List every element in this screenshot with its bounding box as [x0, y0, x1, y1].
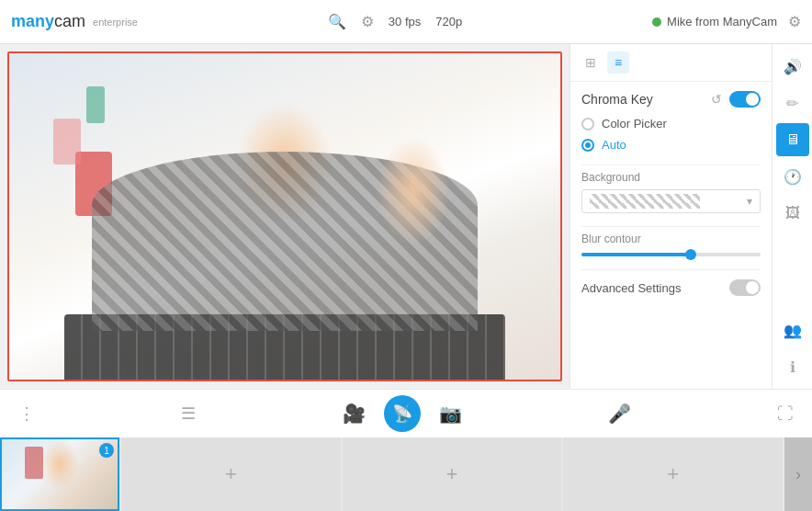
advanced-label: Advanced Settings [581, 281, 681, 295]
topbar: manycam enterprise 🔍 ⚙ 30 fps 720p Mike … [0, 0, 812, 44]
color-picker-option[interactable]: Color Picker [581, 117, 761, 131]
auto-radio[interactable] [581, 139, 594, 152]
sidebar-volume-icon[interactable]: 🔊 [776, 50, 809, 83]
logo: manycam [11, 12, 85, 31]
advanced-toggle[interactable] [729, 279, 761, 296]
divider-3 [581, 269, 761, 270]
mic-button[interactable]: 🎤 [608, 403, 631, 425]
chroma-header: Chroma Key ↺ [581, 91, 761, 108]
sidebar-info-icon[interactable]: ℹ [776, 350, 809, 383]
sidebar-clock-icon[interactable]: 🕐 [776, 160, 809, 193]
panel-top-icons: ⊞ ≡ [570, 44, 772, 82]
background-label: Background [581, 171, 761, 184]
background-selector[interactable]: ▾ [581, 189, 761, 213]
sidebar-draw-icon[interactable]: ✏ [776, 86, 809, 119]
background-checker [590, 194, 700, 209]
color-picker-label: Color Picker [602, 117, 667, 131]
blur-slider-thumb[interactable] [685, 249, 696, 260]
control-bar: ⋮ ☰ 🎥 📡 📷 🎤 ⛶ [0, 390, 812, 437]
zoom-icon[interactable]: 🔍 [328, 13, 346, 30]
logo-enterprise: enterprise [93, 17, 138, 28]
live-button[interactable]: 📡 [384, 395, 421, 432]
settings-icon[interactable]: ⚙ [361, 13, 374, 30]
topbar-center: 🔍 ⚙ 30 fps 720p [328, 13, 462, 30]
list-icon[interactable]: ☰ [181, 403, 196, 424]
user-info: Mike from ManyCam [652, 15, 777, 28]
menu-icon[interactable]: ⋮ [18, 403, 35, 424]
topbar-right: Mike from ManyCam ⚙ [652, 13, 801, 30]
source-strip: 1 + + + › [0, 437, 812, 511]
source-add-2[interactable]: + [343, 437, 562, 511]
background-section: Background ▾ [581, 171, 761, 213]
photo-button[interactable]: 📷 [439, 403, 462, 425]
blur-slider-fill [581, 253, 689, 256]
blur-section: Blur contour [581, 233, 761, 256]
source-next-button[interactable]: › [784, 437, 812, 511]
advanced-section: Advanced Settings [581, 276, 761, 296]
color-picker-radio[interactable] [581, 118, 594, 131]
blur-slider-track[interactable] [581, 253, 761, 256]
sidebar-screen-icon[interactable]: 🖥 [776, 123, 809, 156]
sidebar-image-icon[interactable]: 🖼 [776, 197, 809, 230]
bottom-controls: ⋮ ☰ 🎥 📡 📷 🎤 ⛶ 1 + + + › [0, 389, 812, 511]
right-panel: ⊞ ≡ Chroma Key ↺ Color Picker [570, 44, 772, 389]
panel-list-icon[interactable]: ≡ [607, 51, 629, 74]
right-sidebar: 🔊 ✏ 🖥 🕐 🖼 👥 ℹ [772, 44, 812, 389]
sidebar-users-icon[interactable]: 👥 [776, 313, 809, 346]
user-name: Mike from ManyCam [667, 15, 777, 28]
source-badge-1: 1 [99, 443, 114, 458]
video-preview [7, 51, 562, 381]
auto-label: Auto [602, 138, 626, 152]
panel-grid-icons: ⊞ ≡ [580, 51, 629, 74]
resolution-badge: 720p [435, 15, 462, 28]
ctrl-center: 🎥 📡 📷 [343, 395, 462, 432]
chroma-section: Chroma Key ↺ Color Picker Auto [570, 82, 772, 305]
source-thumb-1[interactable]: 1 [0, 437, 119, 511]
expand-button[interactable]: ⛶ [777, 404, 794, 424]
chroma-title: Chroma Key [581, 92, 653, 107]
grid-icon[interactable]: ⊞ [580, 51, 602, 74]
fps-badge: 30 fps [389, 15, 421, 28]
video-bg [9, 53, 560, 380]
camera-button[interactable]: 🎥 [343, 403, 366, 425]
divider-2 [581, 226, 761, 227]
radio-group: Color Picker Auto [581, 117, 761, 152]
main-area: ⊞ ≡ Chroma Key ↺ Color Picker [0, 44, 812, 389]
source-add-3[interactable]: + [563, 437, 783, 511]
blur-label: Blur contour [581, 233, 761, 245]
chroma-toggle[interactable] [729, 91, 761, 108]
topbar-left: manycam enterprise [11, 12, 138, 31]
chevron-down-icon: ▾ [747, 195, 752, 208]
reset-button[interactable]: ↺ [711, 92, 722, 107]
divider-1 [581, 165, 761, 165]
source-add-1[interactable]: + [121, 437, 341, 511]
auto-option[interactable]: Auto [581, 138, 761, 152]
gear-icon[interactable]: ⚙ [788, 13, 801, 30]
chroma-controls: ↺ [711, 91, 761, 108]
user-status-dot [652, 17, 661, 27]
